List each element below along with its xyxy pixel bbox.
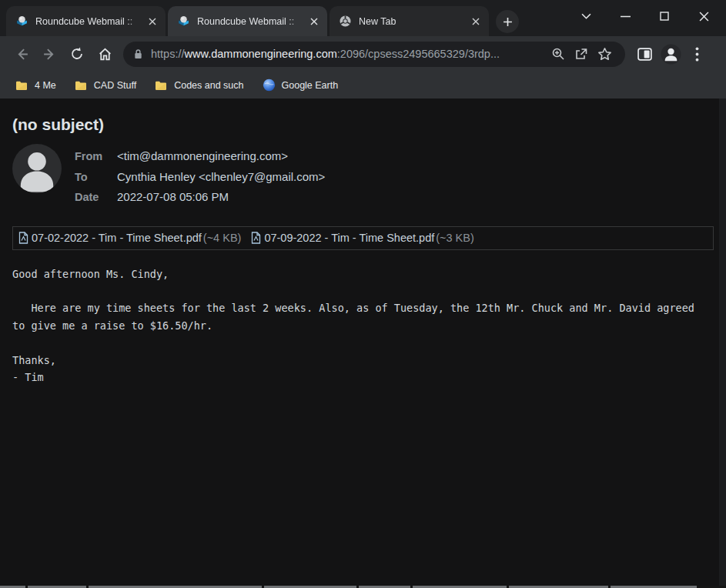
maximize-icon[interactable] xyxy=(653,5,676,28)
url-path: :2096/cpsess2495665329/3rdp... xyxy=(337,48,500,60)
address-bar[interactable]: https://www.dammonengineering.com:2096/c… xyxy=(123,42,625,67)
forward-icon[interactable] xyxy=(35,41,63,67)
bookmarks-bar: 4 Me CAD Stuff Codes and such Google Ear… xyxy=(0,72,726,99)
tab-title: Roundcube Webmail :: xyxy=(197,16,307,27)
tab-roundcube-2-active[interactable]: Roundcube Webmail :: xyxy=(168,6,327,36)
sender-avatar xyxy=(12,144,62,193)
person-silhouette-icon xyxy=(12,144,62,193)
new-tab-button[interactable] xyxy=(496,10,519,33)
profile-avatar-icon[interactable] xyxy=(657,41,684,67)
bookmark-label: CAD Stuff xyxy=(94,80,136,91)
globe-icon xyxy=(263,79,276,92)
back-icon[interactable] xyxy=(8,41,35,67)
tab-new-tab[interactable]: New Tab xyxy=(330,6,489,36)
message-subject: (no subject) xyxy=(12,114,726,135)
pdf-icon xyxy=(251,232,261,244)
pdf-icon xyxy=(18,232,28,244)
close-window-icon[interactable] xyxy=(692,5,715,28)
url-scheme: https:// xyxy=(151,48,185,60)
bookmark-label: 4 Me xyxy=(35,80,56,91)
reload-icon[interactable] xyxy=(63,41,91,67)
to-value: Cynthia Henley <clhenley7@gmail.com> xyxy=(117,167,325,188)
message-header: From <tim@dammonengineering.com> To Cynt… xyxy=(12,144,726,208)
header-rows: From <tim@dammonengineering.com> To Cynt… xyxy=(75,144,325,208)
tab-close-icon[interactable] xyxy=(146,15,159,28)
bookmark-label: Codes and such xyxy=(174,80,243,91)
from-label: From xyxy=(75,146,117,167)
folder-icon xyxy=(75,79,88,92)
home-icon[interactable] xyxy=(91,41,119,67)
bookmark-label: Google Earth xyxy=(282,80,339,91)
attachment-link-1[interactable]: 07-02-2022 - Tim - Time Sheet.pdf (~4 KB… xyxy=(18,232,241,244)
attachment-size: (~3 KB) xyxy=(436,232,474,244)
tab-title: New Tab xyxy=(359,16,469,27)
url-text[interactable]: https://www.dammonengineering.com:2096/c… xyxy=(151,48,547,60)
url-host: www.dammonengineering.com xyxy=(185,48,337,60)
attachment-filename: 07-02-2022 - Tim - Time Sheet.pdf xyxy=(32,232,202,244)
roundcube-favicon-icon xyxy=(177,15,190,28)
bookmark-star-icon[interactable] xyxy=(593,42,616,65)
window-controls xyxy=(558,5,715,28)
folder-icon xyxy=(155,79,168,92)
tab-close-icon[interactable] xyxy=(307,15,321,28)
share-icon[interactable] xyxy=(570,42,593,65)
tabs: Roundcube Webmail :: Roundcube Webmail :… xyxy=(6,6,489,36)
date-value: 2022-07-08 05:06 PM xyxy=(117,187,229,208)
tab-close-icon[interactable] xyxy=(469,15,483,28)
header-row-date: Date 2022-07-08 05:06 PM xyxy=(75,187,325,208)
date-label: Date xyxy=(75,187,117,208)
folder-icon xyxy=(15,79,28,92)
bookmark-folder-4-me[interactable]: 4 Me xyxy=(6,75,65,95)
browser-window: Roundcube Webmail :: Roundcube Webmail :… xyxy=(0,0,726,588)
bookmark-folder-cad-stuff[interactable]: CAD Stuff xyxy=(65,75,146,95)
attachment-filename: 07-09-2022 - Tim - Time Sheet.pdf xyxy=(264,232,434,244)
zoom-icon[interactable] xyxy=(547,42,570,65)
chromium-favicon-icon xyxy=(339,15,352,28)
to-label: To xyxy=(75,167,117,188)
roundcube-favicon-icon xyxy=(15,15,28,28)
minimize-icon[interactable] xyxy=(614,5,637,28)
side-panel-icon[interactable] xyxy=(631,41,657,67)
browser-toolbar: https://www.dammonengineering.com:2096/c… xyxy=(0,36,726,72)
bookmark-folder-codes-and-such[interactable]: Codes and such xyxy=(146,75,253,95)
header-row-to: To Cynthia Henley <clhenley7@gmail.com> xyxy=(75,167,325,188)
message-body: Good afternoon Ms. Cindy, Here are my ti… xyxy=(12,266,714,386)
header-row-from: From <tim@dammonengineering.com> xyxy=(75,146,325,167)
page-scrollbar[interactable] xyxy=(719,99,726,588)
toolbar-tail xyxy=(631,41,710,67)
tab-search-chevron-down-icon[interactable] xyxy=(574,5,597,28)
attachment-link-2[interactable]: 07-09-2022 - Tim - Time Sheet.pdf (~3 KB… xyxy=(251,232,473,244)
from-value: <tim@dammonengineering.com> xyxy=(117,146,288,167)
lock-icon[interactable] xyxy=(133,48,143,60)
menu-kebab-icon[interactable] xyxy=(684,41,710,67)
tab-title: Roundcube Webmail :: xyxy=(35,16,146,27)
webmail-message-view: (no subject) From <tim@dammonengineering… xyxy=(0,99,726,588)
attachment-size: (~4 KB) xyxy=(203,232,242,244)
attachments-bar: 07-02-2022 - Tim - Time Sheet.pdf (~4 KB… xyxy=(12,226,714,250)
tab-roundcube-1[interactable]: Roundcube Webmail :: xyxy=(6,6,166,36)
tab-strip: Roundcube Webmail :: Roundcube Webmail :… xyxy=(0,0,726,36)
bookmark-google-earth[interactable]: Google Earth xyxy=(253,75,348,95)
plus-icon xyxy=(503,17,513,27)
